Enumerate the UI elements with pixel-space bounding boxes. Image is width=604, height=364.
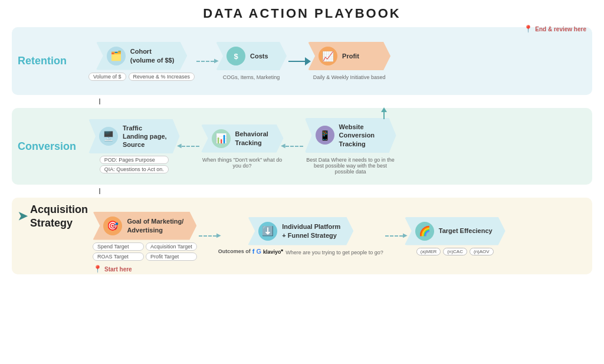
cohort-label-2: Revenue & % Increases — [129, 73, 195, 81]
website-text: WebsiteConversionTracking — [339, 123, 375, 148]
conversion-section: Conversion 🖥️ TrafficLanding page,Source… — [12, 108, 592, 185]
metric-ncac: (n)CAC — [443, 248, 467, 255]
conversion-flow: 🖥️ TrafficLanding page,Source POD: Pages… — [88, 113, 586, 180]
google-icon: G — [256, 248, 261, 255]
goal-label-2: Acquisition Target — [146, 242, 197, 251]
facebook-icon: f — [252, 248, 255, 255]
platform-icons: Outcomes of f G klaviyo■ — [218, 248, 283, 255]
page-title: DATA ACTION PLAYBOOK — [203, 6, 401, 21]
platform-labels: Outcomes of f G klaviyo■ Where are you t… — [218, 248, 383, 255]
funnel-icon: ⬇️ — [258, 222, 277, 241]
traffic-labels: POD: Pages Purpose QIA: Questions to Act… — [100, 156, 169, 173]
cohort-node: 🗂️ Cohort(volume of $$) Volume of $ Reve… — [88, 42, 195, 81]
behavioral-labels: When things "Don't work" what do you do? — [201, 155, 284, 169]
profit-text: Profit — [342, 52, 359, 60]
metric-naov: (n)AOV — [470, 248, 494, 255]
dashed-arrow-left-2 — [285, 146, 303, 147]
behavioral-text: BehavioralTracking — [235, 130, 268, 147]
retention-flow: 🗂️ Cohort(volume of $$) Volume of $ Reve… — [88, 32, 586, 90]
goal-labels: Spend Target Acquisition Target ROAS Tar… — [93, 242, 197, 261]
behavioral-icon: 📊 — [212, 129, 231, 148]
start-pin-icon: 📍 — [93, 265, 102, 273]
down-line-2 — [99, 188, 100, 194]
solid-arrow-1 — [288, 61, 306, 62]
ret-connector-2 — [287, 61, 308, 62]
conv-acq-connector — [12, 188, 592, 194]
traffic-text: TrafficLanding page,Source — [123, 124, 167, 149]
traffic-label-1: POD: Pages Purpose — [100, 156, 169, 164]
costs-text: Costs — [250, 52, 268, 60]
acq-connector-2 — [383, 235, 405, 237]
cohort-label-1: Volume of $ — [88, 73, 126, 81]
traffic-label-2: QIA: Questions to Act on. — [100, 165, 169, 173]
main-container: 📍 End & review here Retention 🗂️ Cohort(… — [12, 27, 592, 274]
goal-label-4: Profit Target — [146, 252, 197, 261]
acquisition-text: AcquisitionStrategy — [30, 204, 88, 229]
efficiency-text: Target Effeciency — [439, 227, 493, 235]
dashed-arrow-left-1 — [182, 146, 199, 147]
platform-label-2: Where are you trying to get people to go… — [285, 250, 383, 255]
dashed-arrow-1 — [196, 61, 214, 62]
goal-label-1: Spend Target — [93, 242, 144, 251]
profit-labels: Daily & Weekly Initiative based — [313, 73, 386, 80]
website-labels: Best Data Where it needs to go in the be… — [305, 155, 396, 175]
profit-label-1: Daily & Weekly Initiative based — [313, 74, 386, 80]
profit-node: 📈 Profit Daily & Weekly Initiative based — [308, 42, 390, 80]
conv-connector-2 — [284, 146, 305, 147]
behavioral-node: 📊 BehavioralTracking When things "Don't … — [201, 124, 284, 169]
ret-connector-1 — [195, 61, 216, 62]
behavioral-label-1: When things "Don't work" what do you do? — [201, 157, 284, 169]
up-arrow-connector — [381, 107, 387, 119]
acquisition-section: ➤ AcquisitionStrategy 🎯 Goal of Marketin… — [12, 198, 592, 274]
retention-label: Retention — [18, 32, 88, 90]
costs-labels: COGs, Items, Marketing — [223, 73, 280, 80]
retention-section: 📍 End & review here Retention 🗂️ Cohort(… — [12, 27, 592, 95]
ret-conv-connector — [12, 99, 592, 104]
goal-marketing-node: 🎯 Goal of Marketing/Advertising Spend Ta… — [93, 212, 197, 261]
efficiency-icon: 🌈 — [415, 222, 434, 241]
goal-label-3: ROAS Target — [93, 252, 144, 261]
profit-icon: 📈 — [319, 47, 337, 65]
website-conversion-node: 📱 WebsiteConversionTracking Best Data Wh… — [305, 118, 396, 175]
up-arrow-line — [383, 112, 385, 119]
up-arrow-head — [381, 107, 387, 112]
funnel-text: Individual Platform+ Funnel Strategy — [282, 222, 340, 240]
acq-connector-1 — [197, 235, 218, 237]
traffic-icon: 🖥️ — [99, 127, 118, 146]
acquisition-label: ➤ AcquisitionStrategy — [18, 202, 93, 270]
metric-amer: (a)MER — [416, 248, 441, 255]
target-efficiency-node: 🌈 Target Effeciency (a)MER (n)CAC (n)AOV — [405, 217, 505, 255]
outcomes-label: Outcomes of — [218, 248, 251, 254]
goal-text: Goal of Marketing/Advertising — [127, 217, 183, 234]
costs-icon: $ — [226, 47, 245, 65]
start-here-label: 📍 Start here — [93, 265, 132, 273]
cohort-icon: 🗂️ — [107, 47, 126, 65]
klaviyo-icon: klaviyo■ — [263, 248, 283, 255]
platform-funnel-node: ⬇️ Individual Platform+ Funnel Strategy … — [218, 217, 383, 255]
traffic-node: 🖥️ TrafficLanding page,Source POD: Pages… — [88, 119, 180, 174]
website-label-1: Best Data Where it needs to go in the be… — [305, 157, 396, 175]
costs-label-1: COGs, Items, Marketing — [223, 74, 280, 80]
acq-arrow-icon: ➤ — [18, 209, 28, 223]
acq-label-row: ➤ AcquisitionStrategy — [18, 202, 88, 229]
cohort-text: Cohort(volume of $$) — [130, 47, 175, 64]
costs-node: $ Costs COGs, Items, Marketing — [216, 42, 287, 80]
down-line — [99, 99, 100, 104]
conversion-label: Conversion — [18, 113, 88, 180]
acquisition-flow: 🎯 Goal of Marketing/Advertising Spend Ta… — [93, 202, 586, 270]
website-icon: 📱 — [316, 126, 334, 145]
conv-connector-1 — [180, 146, 201, 147]
dashed-arrow-acq-2 — [385, 235, 403, 237]
metric-pills: (a)MER (n)CAC (n)AOV — [416, 248, 494, 255]
cohort-labels: Volume of $ Revenue & % Increases — [88, 73, 195, 81]
dashed-arrow-acq-1 — [199, 235, 216, 237]
goal-icon: 🎯 — [103, 217, 122, 235]
